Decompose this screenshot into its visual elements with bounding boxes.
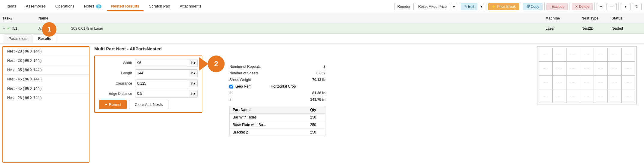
width-unit[interactable]: in ▾ [189,59,198,67]
clearance-unit[interactable]: in ▾ [189,80,198,87]
grid-cell: ···· [594,62,608,75]
list-item[interactable]: Nest - 28 ( 96 X 144 ) [3,47,89,56]
grid-cell: ···· [594,89,608,103]
grid-cell: ···· [552,62,566,75]
grid-cell: ···· [539,89,552,103]
parts-row[interactable]: Base Plate with Bo... 250 [230,121,325,129]
tab-scratch-pad[interactable]: Scratch Pad [145,2,174,11]
app-container: Items Assemblies Operations Notes 0 Nest… [0,0,644,165]
stat-sheets: Number of Sheets 0.852 [229,71,325,75]
reorder-button[interactable]: Reorder [394,3,414,10]
task-id: T51 [11,26,17,31]
col-status: Status [612,16,642,20]
stat-height: th 141.75 in [229,98,325,102]
table-header: Task# Name Machine Nest Type Status [0,13,644,23]
divider-6 [594,3,595,10]
add-button[interactable]: + [597,3,605,10]
grid-cell: ···· [580,62,594,75]
form-row-clearance: Clearance in ▾ [99,80,198,87]
clear-all-button[interactable]: Clear ALL Nests [129,100,168,109]
divider-4 [544,3,545,10]
top-nav: Items Assemblies Operations Notes 0 Nest… [0,0,644,13]
grid-cell: ···· [621,48,635,62]
grid-cell: ···· [608,62,621,75]
grid-cell: ···· [608,75,621,89]
grid-cell: ···· [566,89,580,103]
grid-cell: ···· [608,48,621,62]
grid-cell: ···· [580,89,594,103]
exclude-button[interactable]: ! Exclude [546,3,568,10]
list-item[interactable]: Nest - 45 ( 96 X 144 ) [3,84,89,93]
grid-cell: ···· [539,62,552,75]
reset-dropdown-arrow[interactable]: ▾ [451,3,457,10]
col-name: Name [38,16,546,20]
delete-button[interactable]: ✕ Delete [572,3,593,10]
grid-cell: ···· [608,89,621,103]
right-panel: ···· ···· ···· ···· ···· ···· ···· ···· … [530,44,644,165]
tab-items[interactable]: Items [2,2,20,11]
price-break-button[interactable]: ⚡ Price Break [488,3,519,10]
length-unit[interactable]: in ▾ [189,69,198,77]
col-task: Task# [2,16,38,20]
list-item[interactable]: Nest - 28 ( 96 X 144 ) [3,56,89,65]
clearance-input[interactable] [135,80,189,87]
grid-cell: ···· [552,48,566,62]
grid-cell: ···· [566,48,580,62]
parts-table: Part Name Qty Bar With Holes 250 Base Pl… [229,106,325,136]
stat-keep-rem: Keep Rem Horizontal Crop [229,84,325,88]
action-buttons: ✦ Renest Clear ALL Nests [99,100,198,109]
edit-button[interactable]: ✎ Edit [461,3,478,10]
width-input[interactable] [135,59,189,67]
divider-7 [618,3,619,10]
machine-cell: Laser [546,26,582,31]
refresh-button[interactable]: ↻ [632,3,642,10]
renest-button[interactable]: ✦ Renest [99,100,127,109]
grid-cell: ···· [566,62,580,75]
list-item[interactable]: Nest - 28 ( 96 X 144 ) [3,93,89,102]
table-row[interactable]: ▼ ✓ T51 A...s N... 303 0.0178 in Laser 1… [0,23,644,34]
tab-attachments[interactable]: Attachments [176,2,206,11]
reset-fixed-price-button[interactable]: Reset Fixed Price [415,3,450,10]
length-label: Length [99,71,135,75]
length-input[interactable] [135,69,189,77]
edge-distance-unit[interactable]: in ▾ [189,90,198,98]
edge-distance-input[interactable] [135,90,189,98]
tab-notes[interactable]: Notes 0 [80,2,106,11]
parts-section: Part Name Qty Bar With Holes 250 Base Pl… [229,106,325,136]
tab-parameters[interactable]: Parameters [4,34,32,43]
divider-2 [486,3,486,10]
main-content: Nest - 28 ( 96 X 144 ) Nest - 28 ( 96 X … [0,44,644,165]
part-qty: 250 [307,114,325,121]
grid-cell: ···· [594,48,608,62]
tabs-bar: Parameters Results [0,34,644,44]
tab-assemblies[interactable]: Assemblies [22,2,50,11]
nest-title: Multi Part Nest - AllPartsNested [94,46,528,51]
stat-weight: Sheet Weight 70.13 lb [229,78,325,82]
keep-rem-checkbox[interactable] [229,85,233,88]
left-panel: Nest - 28 ( 96 X 144 ) Nest - 28 ( 96 X … [2,46,89,163]
parts-header: Part Name Qty [230,106,325,114]
filter-button[interactable]: ▼ [621,3,631,10]
tab-nested-results[interactable]: Nested Results [107,2,144,11]
part-name: Bar With Holes [230,114,307,121]
grid-cell: ···· [594,75,608,89]
list-item[interactable]: Nest - 35 ( 96 X 144 ) [3,65,89,75]
list-item[interactable]: Nest - 45 ( 96 X 144 ) [3,75,89,84]
remove-button[interactable]: — [606,3,617,10]
part-qty: 250 [307,121,325,128]
middle-area: Width in ▾ Length in ▾ Clearance in ▾ [94,56,528,136]
grid-cell: ···· [539,75,552,89]
parts-row[interactable]: Bar With Holes 250 [230,114,325,121]
form-row-edge-distance: Edge Distance in ▾ [99,90,198,98]
grid-cell: ···· [566,75,580,89]
col-nest-type: Nest Type [582,16,612,20]
width-label: Width [99,61,135,65]
stats-and-parts: Number of Repeats 8 Number of Sheets 0.8… [229,56,325,136]
part-name-header: Part Name [230,106,307,113]
copy-button[interactable]: 🗐 Copy [523,3,543,10]
form-row-length: Length in ▾ [99,69,198,77]
parts-row[interactable]: Bracket 2 250 [230,129,325,136]
edit-dropdown-arrow[interactable]: ▾ [479,3,484,10]
tab-operations[interactable]: Operations [51,2,79,11]
grid-cell: ···· [580,48,594,62]
